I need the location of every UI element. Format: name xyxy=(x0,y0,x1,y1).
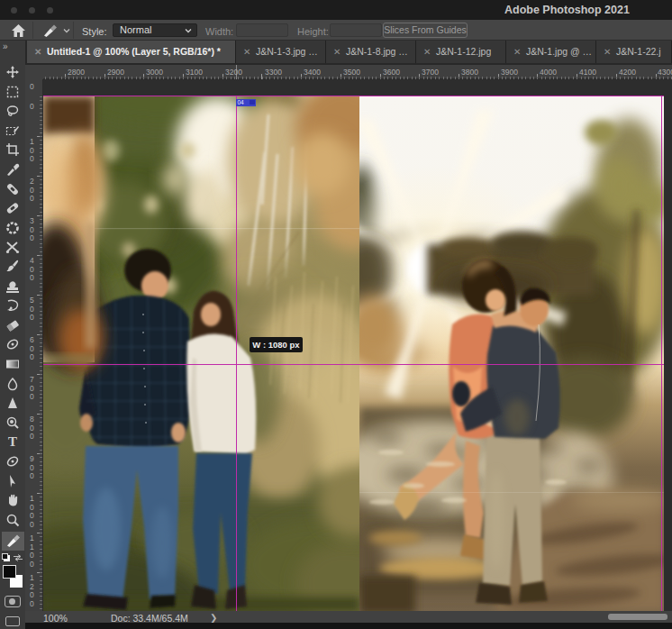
svg-text:T: T xyxy=(8,434,17,449)
